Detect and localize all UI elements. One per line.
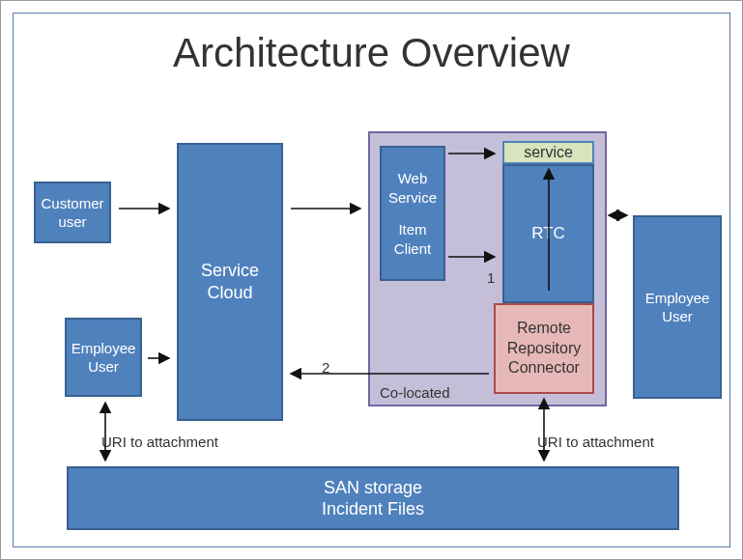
label-2: 2: [322, 359, 329, 376]
box-service-cloud: Service Cloud: [177, 143, 283, 421]
box-service: service: [502, 141, 594, 164]
text-san-storage: SAN storage: [324, 477, 422, 499]
text-web-service: Web Service: [386, 169, 440, 207]
label-uri-left: URI to attachment: [101, 434, 218, 450]
box-san-storage: SAN storage Incident Files: [67, 466, 679, 530]
text-item-client: Item Client: [386, 220, 440, 258]
label-1: 1: [487, 269, 495, 286]
diagram-title: Architecture Overview: [1, 30, 742, 76]
text-incident-files: Incident Files: [322, 498, 424, 520]
box-remote-repository-connector: Remote Repository Connector: [494, 303, 594, 394]
label-colocated: Co-located: [380, 384, 450, 401]
box-web-service-item-client: Web Service Item Client: [380, 146, 445, 281]
box-employee-user-left: Employee User: [65, 318, 142, 397]
box-rtc: RTC: [502, 164, 594, 303]
slide: Architecture Overview Customer user Empl…: [0, 0, 743, 560]
label-uri-right: URI to attachment: [537, 434, 654, 450]
box-employee-user-right: Employee User: [633, 215, 722, 399]
box-customer-user: Customer user: [34, 182, 111, 243]
